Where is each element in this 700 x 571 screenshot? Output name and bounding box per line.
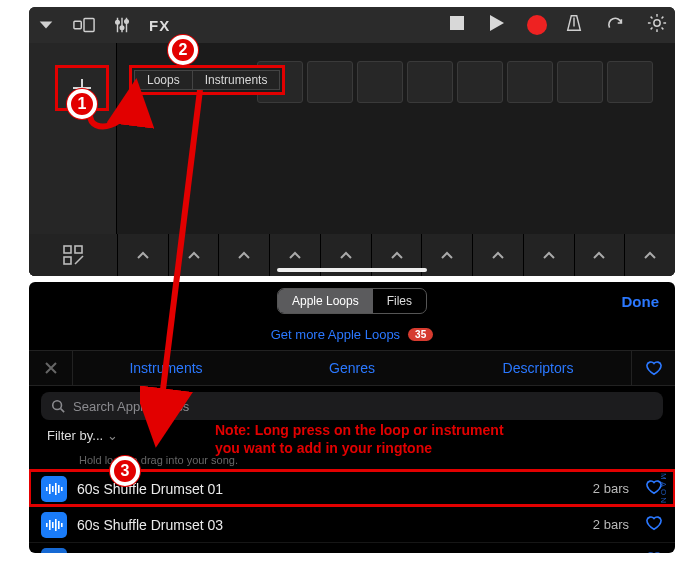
svg-rect-19: [52, 522, 54, 528]
done-button[interactable]: Done: [622, 282, 660, 320]
region-cell[interactable]: [307, 61, 353, 103]
scene-trigger[interactable]: [472, 234, 523, 276]
region-cell[interactable]: [457, 61, 503, 103]
watermark: MAON: [659, 473, 668, 505]
loop-item[interactable]: 60s Shuffle Drumset 06 2 bars: [29, 542, 675, 553]
scene-trigger[interactable]: [421, 234, 472, 276]
get-more-label: Get more Apple Loops: [271, 327, 400, 342]
top-toolbar: FX: [29, 7, 675, 43]
svg-rect-20: [55, 519, 57, 531]
scene-trigger[interactable]: [168, 234, 219, 276]
cat-genres[interactable]: Genres: [259, 360, 445, 376]
loop-browser-panel: Apple Loops Files Done Get more Apple Lo…: [29, 282, 675, 553]
svg-rect-12: [49, 484, 51, 494]
tracks-panel: FX: [29, 7, 675, 276]
waveform-icon: [41, 476, 67, 502]
callout-3: 3: [110, 456, 140, 486]
scene-trigger[interactable]: [624, 234, 675, 276]
svg-rect-8: [75, 246, 82, 253]
loop-browser-icon[interactable]: [605, 14, 625, 36]
region-cell[interactable]: [357, 61, 403, 103]
mixer-sliders-icon[interactable]: [113, 7, 131, 43]
grid-pad-icon[interactable]: [29, 234, 117, 276]
svg-point-4: [125, 20, 129, 24]
search-icon: [51, 399, 65, 413]
stop-icon[interactable]: [449, 15, 465, 35]
browser-source-tabs: Apple Loops Files: [277, 288, 427, 314]
svg-rect-9: [64, 257, 71, 264]
nav-down-icon[interactable]: [37, 7, 55, 43]
annotation-note: Note: Long press on the loop or instrume…: [215, 422, 504, 457]
region-cell[interactable]: [557, 61, 603, 103]
svg-rect-17: [46, 523, 48, 527]
cat-instruments[interactable]: Instruments: [73, 360, 259, 376]
svg-rect-22: [61, 523, 63, 527]
svg-rect-0: [74, 21, 81, 28]
region-cell[interactable]: [507, 61, 553, 103]
scene-trigger[interactable]: [574, 234, 625, 276]
track-area: Loops Instruments: [29, 43, 675, 276]
svg-rect-5: [450, 16, 464, 30]
loop-bars: 2 bars: [593, 517, 629, 532]
loop-bars: 2 bars: [593, 481, 629, 496]
region-cell[interactable]: [407, 61, 453, 103]
filter-by-button[interactable]: Filter by... ⌄: [47, 428, 118, 443]
home-indicator: [277, 268, 427, 272]
scene-trigger[interactable]: [117, 234, 168, 276]
play-icon[interactable]: [487, 14, 505, 36]
tab-files[interactable]: Files: [373, 289, 426, 313]
svg-point-2: [116, 21, 120, 25]
clear-filters-icon[interactable]: [29, 350, 73, 386]
svg-rect-16: [61, 487, 63, 491]
svg-point-3: [120, 26, 124, 30]
scene-trigger[interactable]: [218, 234, 269, 276]
svg-rect-11: [46, 487, 48, 491]
svg-rect-7: [64, 246, 71, 253]
tab-instruments[interactable]: Instruments: [193, 70, 281, 90]
svg-rect-13: [52, 486, 54, 492]
search-input[interactable]: Search Apple Loops: [41, 392, 663, 420]
transport-controls: [449, 14, 547, 36]
tab-loops[interactable]: Loops: [134, 70, 193, 90]
callout-2: 2: [168, 35, 198, 65]
loop-item[interactable]: 60s Shuffle Drumset 03 2 bars: [29, 506, 675, 542]
svg-rect-14: [55, 483, 57, 495]
loop-name: 60s Shuffle Drumset 06: [77, 553, 583, 554]
category-row: Instruments Genres Descriptors: [29, 350, 675, 386]
svg-point-10: [53, 401, 62, 410]
favorite-heart-icon[interactable]: [645, 515, 663, 535]
svg-rect-15: [58, 485, 60, 493]
svg-rect-21: [58, 521, 60, 529]
tab-apple-loops[interactable]: Apple Loops: [278, 289, 373, 313]
search-placeholder: Search Apple Loops: [73, 399, 189, 414]
fx-button[interactable]: FX: [149, 7, 170, 43]
waveform-icon: [41, 512, 67, 538]
callout-1: 1: [67, 89, 97, 119]
favorites-filter-icon[interactable]: [631, 350, 675, 386]
svg-point-6: [654, 20, 660, 26]
track-source-tabs: Loops Instruments: [129, 65, 285, 95]
browser-header: Apple Loops Files Done: [29, 282, 675, 320]
cat-descriptors[interactable]: Descriptors: [445, 360, 631, 376]
svg-rect-1: [84, 19, 94, 32]
region-cell[interactable]: [607, 61, 653, 103]
loop-name: 60s Shuffle Drumset 01: [77, 481, 583, 497]
record-icon[interactable]: [527, 15, 547, 35]
metronome-icon[interactable]: [565, 14, 583, 36]
favorite-heart-icon[interactable]: [645, 551, 663, 554]
loop-name: 60s Shuffle Drumset 03: [77, 517, 583, 533]
get-more-loops-link[interactable]: Get more Apple Loops 35: [29, 322, 675, 346]
get-more-badge: 35: [408, 328, 433, 341]
scene-trigger[interactable]: [523, 234, 574, 276]
svg-rect-18: [49, 520, 51, 530]
settings-gear-icon[interactable]: [647, 13, 667, 37]
waveform-icon: [41, 548, 67, 554]
view-tracks-icon[interactable]: [73, 7, 95, 43]
